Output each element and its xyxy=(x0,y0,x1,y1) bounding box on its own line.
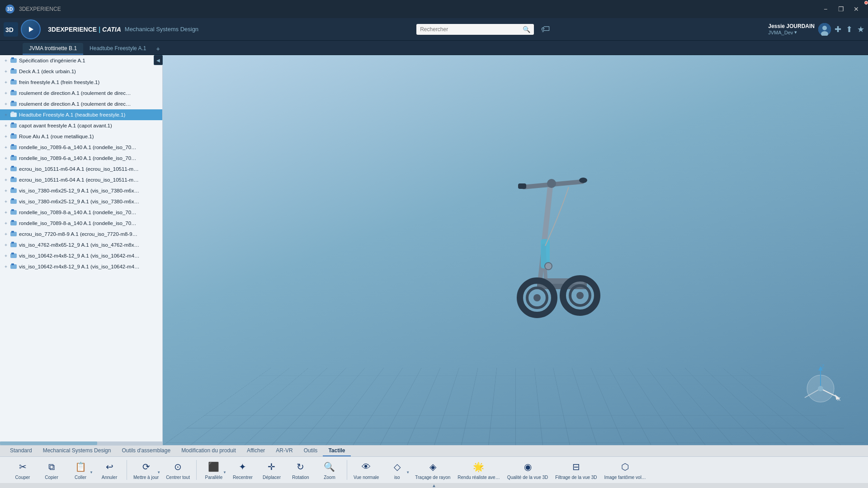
expand-icon[interactable]: ＋ xyxy=(3,188,9,194)
expand-icon[interactable]: ＋ xyxy=(3,166,9,172)
tree-item-11[interactable]: ＋ ecrou_iso_10511-m6-04 A.1 (ecrou_iso_1… xyxy=(0,164,162,174)
expand-icon[interactable]: ＋ xyxy=(3,90,9,96)
sidebar-collapse-button[interactable]: ◀ xyxy=(154,55,163,65)
expand-icon[interactable]: ＋ xyxy=(3,122,9,129)
search-bar[interactable]: 🔍 xyxy=(416,24,534,35)
tree-item-18[interactable]: ＋ vis_iso_4762-m8x65-12_9 A.1 (vis_iso_4… xyxy=(0,239,162,250)
svg-rect-13 xyxy=(11,90,14,92)
tool-rendu-realiste[interactable]: 🌟Rendu réaliste ave… xyxy=(455,457,502,483)
expand-icon[interactable]: ＋ xyxy=(3,155,9,161)
tree-item-label: vis_iso_4762-m8x65-12_9 A.1 (vis_iso_476… xyxy=(19,242,139,248)
toolbar-tab-tactile[interactable]: Tactile xyxy=(323,446,350,456)
tool-vue-normale[interactable]: 👁Vue normale xyxy=(351,457,382,483)
toolbar-tab-afficher[interactable]: Afficher xyxy=(241,446,270,456)
tree-item-10[interactable]: ＋ rondelle_iso_7089-6-a_140 A.1 (rondell… xyxy=(0,153,162,164)
tool-couper[interactable]: ✂Couper xyxy=(9,457,36,483)
tool-parallele[interactable]: ⬛Parallèle▼ xyxy=(200,457,227,483)
tool-centrer-tout[interactable]: ⊙Centrer tout xyxy=(163,457,193,483)
minimize-button[interactable]: − xyxy=(819,5,832,14)
expand-icon[interactable]: ＋ xyxy=(3,112,9,118)
tab-headtube-freestyle[interactable]: Headtube Freestyle A.1 xyxy=(83,43,152,55)
tool-coller[interactable]: 📋Coller▼ xyxy=(67,457,94,483)
tool-tracage-rayon[interactable]: ◈Traçage de rayon xyxy=(412,457,453,483)
search-input[interactable] xyxy=(420,26,523,33)
tree-item-9[interactable]: ＋ rondelle_iso_7089-6-a_140 A.1 (rondell… xyxy=(0,142,162,153)
tab-jvma-trottinette[interactable]: JVMA trottinette B.1 xyxy=(23,43,83,55)
coller-label: Coller xyxy=(75,475,86,480)
tree-item-4[interactable]: ＋ roulement de direction A.1 (roulement … xyxy=(0,88,162,99)
toolbar-tab-standard[interactable]: Standard xyxy=(5,446,38,456)
tool-deplacer[interactable]: ✛Déplacer xyxy=(258,457,285,483)
tool-mettre-a-jour[interactable]: ⟳Mettre à jour▼ xyxy=(131,457,161,483)
expand-icon[interactable]: ＋ xyxy=(3,263,9,270)
toolbar-tab-mech[interactable]: Mechanical Systems Design xyxy=(38,446,117,456)
search-icon[interactable]: 🔍 xyxy=(523,26,530,33)
sidebar-scrollbar[interactable] xyxy=(0,441,162,445)
expand-icon[interactable]: ＋ xyxy=(3,133,9,140)
tool-iso[interactable]: ◇iso▼ xyxy=(383,457,410,483)
tool-qualite-vue3d[interactable]: ◉Qualité de la vue 3D xyxy=(505,457,551,483)
app-icon: 3D xyxy=(5,5,14,14)
expand-icon[interactable]: ＋ xyxy=(3,101,9,107)
tree-item-3[interactable]: ＋ frein freestyle A.1 (frein freestyle.1… xyxy=(0,77,162,88)
tree-item-1[interactable]: ＋ Spécification d'ingénierie A.1 xyxy=(0,55,162,66)
tool-image-fantome[interactable]: ⬡Image fantôme vol… xyxy=(602,457,649,483)
brand-separator: | xyxy=(99,26,100,33)
restore-button[interactable]: ❐ xyxy=(835,5,847,14)
node-icon xyxy=(10,100,17,108)
tool-filtrage[interactable]: ⊟Filtrage de la vue 3D xyxy=(552,457,599,483)
tool-annuler[interactable]: ↩Annuler xyxy=(96,457,123,483)
tree-item-20[interactable]: ＋ vis_iso_10642-m4x8-12_9 A.1 (vis_iso_1… xyxy=(0,261,162,272)
expand-icon[interactable]: ＋ xyxy=(3,231,9,237)
tree-item-6[interactable]: ＋ Headtube Freestyle A.1 (headtube frees… xyxy=(0,109,162,120)
expand-icon[interactable]: ＋ xyxy=(3,220,9,226)
svg-rect-25 xyxy=(11,155,14,157)
tracage-rayon-icon: ◈ xyxy=(425,460,440,474)
tool-rotation[interactable]: ↻Rotation xyxy=(287,457,314,483)
tree-item-14[interactable]: ＋ vis_iso_7380-m6x25-12_9 A.1 (vis_iso_7… xyxy=(0,196,162,207)
expand-icon[interactable]: ＋ xyxy=(3,253,9,259)
tag-icon[interactable]: 🏷 xyxy=(541,24,550,34)
centrer-tout-icon: ⊙ xyxy=(171,460,185,474)
expand-icon[interactable]: ＋ xyxy=(3,242,9,248)
settings-icon[interactable]: ★ xyxy=(857,24,864,34)
expand-icon[interactable]: ＋ xyxy=(3,177,9,183)
bottom-expand-button[interactable]: ▲ xyxy=(0,483,868,488)
toolbar-tab-product[interactable]: Modification du produit xyxy=(176,446,241,456)
expand-icon[interactable]: ＋ xyxy=(3,68,9,75)
tree-item-label: roulement de direction A.1 (roulement de… xyxy=(19,90,131,96)
tree-item-7[interactable]: ＋ capot avant freestyle A.1 (capot avant… xyxy=(0,120,162,131)
toolbar-tab-assembly[interactable]: Outils d'assemblage xyxy=(116,446,176,456)
expand-icon[interactable]: ＋ xyxy=(3,209,9,216)
tree-item-8[interactable]: ＋ Roue Alu A.1 (roue metallique.1) xyxy=(0,131,162,142)
svg-rect-37 xyxy=(11,220,14,222)
tree-item-19[interactable]: ＋ vis_iso_10642-m4x8-12_9 A.1 (vis_iso_1… xyxy=(0,250,162,261)
tree-item-15[interactable]: ＋ rondelle_iso_7089-8-a_140 A.1 (rondell… xyxy=(0,207,162,218)
tree-item-label: vis_iso_10642-m4x8-12_9 A.1 (vis_iso_106… xyxy=(19,264,140,269)
tree-item-5[interactable]: ＋ roulement de direction A.1 (roulement … xyxy=(0,99,162,109)
tool-recentrer[interactable]: ✦Recentrer xyxy=(229,457,256,483)
add-icon[interactable]: ✚ xyxy=(835,24,841,34)
tree-item-17[interactable]: ＋ ecrou_iso_7720-m8-9 A.1 (ecrou_iso_772… xyxy=(0,229,162,239)
expand-icon[interactable]: ＋ xyxy=(3,79,9,85)
play-button[interactable] xyxy=(21,19,41,39)
close-button[interactable]: ✕ xyxy=(850,5,863,14)
workspace-chevron-icon[interactable]: ▾ xyxy=(794,29,797,35)
tool-zoom[interactable]: 🔍Zoom xyxy=(316,457,343,483)
toolbar-tab-outils[interactable]: Outils xyxy=(298,446,323,456)
expand-icon[interactable]: ＋ xyxy=(3,57,9,64)
tab-add-button[interactable]: + xyxy=(152,43,163,55)
node-icon xyxy=(10,252,17,259)
tree-item-12[interactable]: ＋ ecrou_iso_10511-m6-04 A.1 (ecrou_iso_1… xyxy=(0,174,162,185)
expand-icon[interactable]: ＋ xyxy=(3,144,9,150)
tool-copier[interactable]: ⧉Copier xyxy=(38,457,65,483)
svg-rect-15 xyxy=(11,101,14,103)
share-icon[interactable]: ⬆ xyxy=(846,24,853,34)
node-icon xyxy=(10,68,17,75)
toolbar-tab-arvr[interactable]: AR-VR xyxy=(270,446,298,456)
expand-icon[interactable]: ＋ xyxy=(3,198,9,205)
tree-item-13[interactable]: ＋ vis_iso_7380-m6x25-12_9 A.1 (vis_iso_7… xyxy=(0,185,162,196)
tree-item-16[interactable]: ＋ rondelle_iso_7089-8-a_140 A.1 (rondell… xyxy=(0,218,162,229)
tree-item-2[interactable]: ＋ Deck A.1 (deck urbain.1) xyxy=(0,66,162,77)
3d-viewport[interactable]: Z X xyxy=(163,55,868,445)
